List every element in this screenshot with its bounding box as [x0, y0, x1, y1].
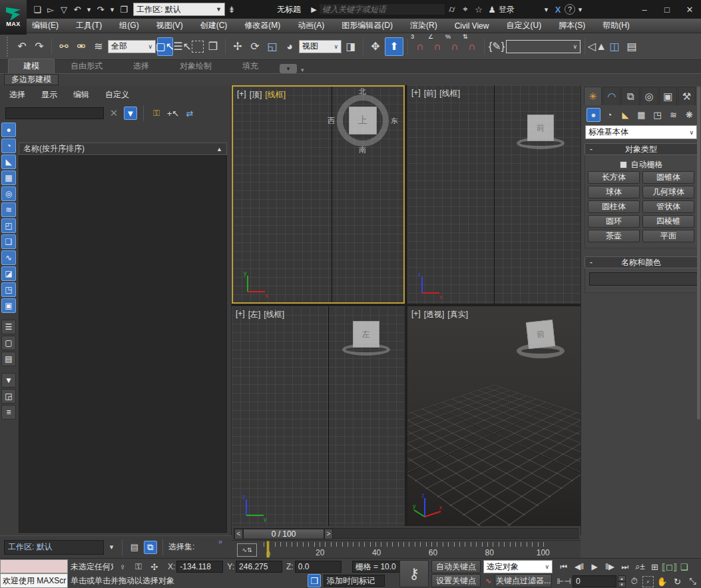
- ribbon-dropdown-arrow-icon[interactable]: ▾: [301, 67, 304, 73]
- command-panel-scrollbar[interactable]: [697, 87, 700, 420]
- sort-mode-icon[interactable]: ≡: [1, 405, 16, 420]
- selection-filter-dropdown[interactable]: 全部∨: [108, 40, 156, 53]
- display-xrefs-icon[interactable]: ◳: [1, 282, 16, 297]
- display-lights-icon[interactable]: ◣: [1, 154, 16, 169]
- track-bar-ruler[interactable]: 0 20 40 60 80 100: [264, 542, 546, 558]
- create-spacewarps-icon[interactable]: ≋: [666, 108, 680, 122]
- x-coordinate-field[interactable]: [176, 561, 223, 573]
- display-shapes-icon[interactable]: ◔: [1, 139, 16, 153]
- select-object-button[interactable]: ▢↖: [157, 37, 173, 56]
- menu-tools[interactable]: 工具(T): [76, 20, 102, 31]
- viewport-menu-button[interactable]: [+]: [411, 309, 421, 320]
- torus-button[interactable]: 圆环: [588, 215, 640, 228]
- display-geometry-icon[interactable]: ●: [1, 123, 16, 137]
- redo-scene-icon[interactable]: ↷: [31, 37, 47, 56]
- lock-explorer-icon[interactable]: ⚿: [150, 107, 163, 120]
- plane-button[interactable]: 平面: [642, 230, 694, 242]
- display-containers-icon[interactable]: ❑: [1, 234, 16, 249]
- prompt-bulb-icon[interactable]: ♀: [116, 560, 129, 573]
- maxscript-listener-line[interactable]: 欢迎使用 MAXScr: [0, 573, 68, 588]
- ribbon-minimize-icon[interactable]: ▼: [280, 64, 297, 73]
- angle-snap-icon[interactable]: ∠∩: [429, 37, 445, 56]
- tab-display[interactable]: ▣: [659, 87, 677, 105]
- field-of-view-icon[interactable]: ⌕: [642, 576, 654, 587]
- menu-views[interactable]: 视图(V): [156, 20, 183, 31]
- geometry-category-dropdown[interactable]: 标准基本体∨: [585, 125, 697, 139]
- project-folder-icon[interactable]: ❐: [117, 3, 130, 16]
- play-animation-icon[interactable]: ▶: [587, 560, 602, 573]
- ribbon-tab-freeform[interactable]: 自由形式: [56, 59, 117, 73]
- help-icon[interactable]: ?: [565, 4, 575, 15]
- menu-modifiers[interactable]: 修改器(M): [244, 20, 280, 31]
- viewcube-east[interactable]: 东: [391, 116, 398, 126]
- explorer-filter-icon[interactable]: ▼: [124, 107, 137, 120]
- exchange-apps-icon[interactable]: X: [551, 3, 565, 16]
- workspace-menu-icon[interactable]: ⇟: [225, 3, 238, 16]
- absolute-mode-icon[interactable]: ✣: [148, 560, 161, 573]
- menu-group[interactable]: 组(G): [119, 20, 138, 31]
- menu-customize[interactable]: 自定义(U): [506, 20, 541, 31]
- key-filter-scope-dropdown[interactable]: 选定对象∨: [483, 560, 553, 573]
- tab-motion[interactable]: ◎: [640, 87, 658, 105]
- z-coordinate-field[interactable]: [295, 561, 342, 573]
- named-selection-dropdown[interactable]: ∨: [506, 40, 581, 53]
- favorites-star-icon[interactable]: ☆: [472, 3, 485, 16]
- sphere-button[interactable]: 球体: [588, 186, 640, 198]
- zoom-extents-icon[interactable]: ⟦◻⟧: [662, 560, 676, 573]
- ribbon-tab-populate[interactable]: 填充: [228, 59, 273, 73]
- select-and-link-icon[interactable]: ⚯: [56, 37, 72, 56]
- schematic-view-icon[interactable]: ⧉: [144, 541, 157, 554]
- go-to-start-icon[interactable]: ⏮: [557, 560, 571, 573]
- toolbar-overflow-icon[interactable]: »: [218, 537, 222, 545]
- display-materials-icon[interactable]: ▣: [1, 298, 16, 313]
- minimize-button[interactable]: –: [633, 2, 656, 17]
- explorer-menu-customize[interactable]: 自定义: [105, 89, 129, 101]
- time-slider-handle[interactable]: 0 / 100: [243, 529, 324, 539]
- create-systems-icon[interactable]: ❋: [682, 108, 696, 122]
- communication-center-icon[interactable]: ⌖: [459, 3, 472, 16]
- viewport-pov-label[interactable]: [透视]: [424, 309, 445, 320]
- create-cameras-icon[interactable]: ▦: [634, 108, 648, 122]
- viewport-shading-label[interactable]: [线框]: [265, 89, 286, 101]
- layers-icon[interactable]: ▤: [128, 541, 141, 554]
- frame-marker[interactable]: 0: [266, 541, 270, 558]
- viewport-pov-label[interactable]: [前]: [424, 88, 437, 99]
- tab-utilities[interactable]: ⚒: [678, 87, 696, 105]
- snaps-toggle-icon[interactable]: 3∩: [412, 37, 428, 56]
- menu-rendering[interactable]: 渲染(R): [410, 20, 437, 31]
- align-icon[interactable]: ◫: [606, 37, 622, 56]
- zoom-icon[interactable]: ⌕±: [633, 560, 647, 573]
- mini-curve-editor-icon[interactable]: ∿⇅: [237, 543, 257, 557]
- menu-help[interactable]: 帮助(H): [602, 20, 630, 31]
- viewcube[interactable]: 前: [519, 321, 562, 364]
- search-icon[interactable]: ⌭: [445, 3, 459, 16]
- display-assemblies-icon[interactable]: ◪: [1, 266, 16, 281]
- zoom-all-icon[interactable]: ⊞: [648, 560, 662, 573]
- display-spacewarps-icon[interactable]: ≋: [1, 202, 16, 217]
- viewport-shading-label[interactable]: [线框]: [264, 309, 284, 320]
- viewcube[interactable]: 前: [521, 112, 561, 152]
- set-keys-button[interactable]: ⚷: [399, 560, 429, 587]
- window-crossing-icon[interactable]: ❒: [205, 37, 221, 56]
- current-frame-field[interactable]: [573, 575, 616, 587]
- viewport-top[interactable]: [+] [顶] [线框] 上 北 南 西 东 y x: [232, 85, 405, 304]
- tab-modify[interactable]: ◠: [602, 87, 620, 105]
- keyboard-override-toggle[interactable]: ⬆: [385, 37, 403, 56]
- autogrid-row[interactable]: 自动栅格: [588, 158, 694, 171]
- maximize-button[interactable]: □: [656, 2, 678, 17]
- viewport-pov-label[interactable]: [左]: [248, 309, 261, 320]
- orbit-icon[interactable]: ↻: [670, 575, 684, 588]
- sync-selection-icon[interactable]: ⇄: [183, 107, 196, 120]
- 3dsmax-logo[interactable]: MAX: [0, 0, 27, 35]
- key-filters-button[interactable]: 关键点过滤器...: [495, 574, 552, 587]
- ribbon-tab-modeling[interactable]: 建模: [8, 59, 55, 73]
- percent-snap-icon[interactable]: %∩: [447, 37, 463, 56]
- add-time-tag[interactable]: 添加时间标记: [324, 575, 385, 587]
- mirror-icon[interactable]: ◁▲: [589, 37, 605, 56]
- auto-key-button[interactable]: 自动关键点: [431, 560, 481, 573]
- workspace-dropdown[interactable]: 工作区: 默认▼: [133, 3, 225, 16]
- viewport-pov-label[interactable]: [顶]: [250, 89, 262, 101]
- isolate-selection-icon[interactable]: ❒: [308, 574, 321, 587]
- display-groups-icon[interactable]: ◰: [1, 218, 16, 233]
- viewcube[interactable]: 上 北 南 西 东: [334, 92, 391, 149]
